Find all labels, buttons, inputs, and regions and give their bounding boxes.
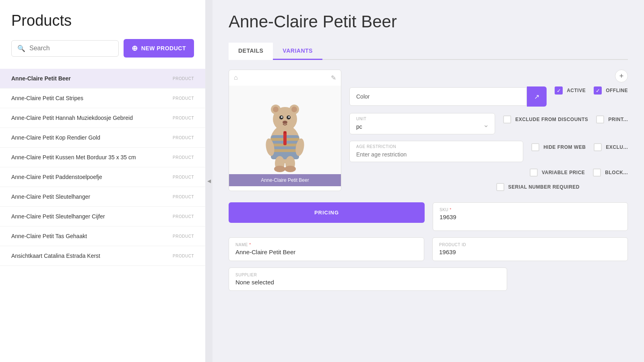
- svg-point-8: [281, 116, 283, 118]
- plus-circle-icon: ⊕: [132, 44, 138, 53]
- age-restriction-input[interactable]: [350, 150, 523, 162]
- product-image-area: [229, 86, 341, 174]
- sku-input[interactable]: [440, 214, 621, 220]
- color-input[interactable]: [349, 87, 527, 106]
- block-label: BLOCK...: [605, 170, 628, 175]
- hide-from-web-row: HIDE FROM WEB: [531, 141, 586, 151]
- search-box: 🔍: [11, 40, 119, 57]
- search-row: 🔍 ⊕ NEW PRODUCT: [0, 39, 205, 69]
- sku-field: SKU *: [433, 202, 628, 231]
- product-badge: PRODUCT: [173, 214, 194, 219]
- svg-point-5: [291, 107, 297, 112]
- svg-point-10: [283, 121, 287, 124]
- bear-image: [259, 88, 311, 172]
- home-icon[interactable]: ⌂: [234, 74, 238, 82]
- edit-icon[interactable]: ✎: [331, 74, 336, 82]
- list-item[interactable]: Anne-Claire Petit Tas Gehaakt PRODUCT: [0, 226, 205, 246]
- product-id-label: PRODUCT ID: [439, 243, 621, 247]
- print-checkbox[interactable]: [596, 115, 604, 123]
- svg-point-22: [285, 166, 296, 172]
- tab-details[interactable]: DETAILS: [229, 43, 273, 60]
- list-item[interactable]: Anne-Claire Petit Hannah Muziekdoosje Ge…: [0, 108, 205, 128]
- print-label: PRINT...: [608, 117, 628, 122]
- hide-from-web-label: HIDE FROM WEB: [543, 144, 586, 150]
- collapse-handle[interactable]: ◀: [205, 0, 213, 362]
- unit-row: UNIT pc ⌄ EXCLUDE FROM DISCOUNTS: [349, 113, 628, 134]
- list-item[interactable]: Ansichtkaart Catalina Estrada Kerst PROD…: [0, 246, 205, 266]
- product-item-name: Anne-Claire Petit Cat Stripes: [11, 95, 83, 101]
- unit-field: UNIT pc ⌄: [349, 113, 495, 134]
- external-link-icon: ↗: [534, 93, 539, 101]
- svg-rect-14: [271, 149, 299, 152]
- product-id-value: 19639: [439, 249, 621, 255]
- main-content: Anne-Claire Petit Beer DETAILSVARIANTS ⌂…: [213, 0, 644, 362]
- image-card-top: ⌂ ✎: [229, 70, 341, 86]
- block-checkbox[interactable]: [593, 169, 601, 177]
- age-restriction-field: AGE RESTRICTION: [349, 141, 523, 162]
- tabs-bar: DETAILSVARIANTS: [229, 43, 628, 60]
- spacer-right: [515, 267, 628, 291]
- product-badge: PRODUCT: [173, 96, 194, 101]
- list-item[interactable]: Anne-Claire Petit Sleutelhanger Cijfer P…: [0, 207, 205, 226]
- serial-number-checkbox[interactable]: [496, 183, 504, 191]
- image-caption: Anne-Claire Petit Beer: [229, 174, 341, 186]
- block-checkbox-row: BLOCK...: [593, 169, 628, 177]
- exclude-discounts-checkbox[interactable]: [503, 115, 511, 123]
- exclu-label: EXCLU...: [606, 144, 628, 150]
- supplier-value: None selected: [235, 279, 500, 286]
- svg-point-9: [288, 116, 290, 118]
- product-item-name: Anne-Claire Petit Sleutelhanger Cijfer: [11, 213, 105, 220]
- pricing-button[interactable]: PRICING: [229, 202, 425, 223]
- product-item-name: Anne-Claire Petit Kussen Met Borduur 35 …: [11, 154, 136, 160]
- name-input[interactable]: [235, 249, 417, 255]
- search-input[interactable]: [29, 45, 113, 52]
- serial-number-row: SERIAL NUMBER REQUIRED: [496, 183, 580, 191]
- active-label: ACTIVE: [567, 88, 586, 93]
- list-item[interactable]: Anne-Claire Petit Sleutelhanger PRODUCT: [0, 187, 205, 207]
- sidebar-title: Products: [0, 12, 205, 39]
- controls-section: + ↗ ✓ ACTIV: [349, 70, 628, 191]
- search-icon: 🔍: [17, 45, 25, 52]
- list-item[interactable]: Anne-Claire Petit Paddenstoelpoefje PROD…: [0, 167, 205, 187]
- serial-row: SERIAL NUMBER REQUIRED: [349, 183, 628, 191]
- color-checks-row: ↗ ✓ ACTIVE ✓ OF: [349, 86, 628, 107]
- exclude-discounts-row: EXCLUDE FROM DISCOUNTS: [503, 113, 588, 123]
- product-item-name: Anne-Claire Petit Tas Gehaakt: [11, 233, 87, 239]
- exclude-discounts-label: EXCLUDE FROM DISCOUNTS: [515, 117, 588, 122]
- serial-number-label: SERIAL NUMBER REQUIRED: [508, 184, 580, 190]
- list-item[interactable]: Anne-Claire Petit Kop Rendier Gold PRODU…: [0, 128, 205, 148]
- offline-checkbox-row: ✓ OFFLINE: [594, 86, 628, 95]
- offline-checkbox[interactable]: ✓: [594, 86, 602, 95]
- list-item[interactable]: Anne-Claire Petit Cat Stripes PRODUCT: [0, 88, 205, 108]
- add-variant-button[interactable]: +: [615, 70, 628, 82]
- supplier-label: SUPPLIER: [235, 273, 500, 277]
- product-badge: PRODUCT: [173, 76, 194, 81]
- variable-price-checkbox[interactable]: [530, 169, 538, 177]
- tab-variants[interactable]: VARIANTS: [273, 43, 322, 60]
- exclu-checkbox[interactable]: [594, 143, 602, 151]
- variable-price-row: VARIABLE PRICE: [530, 169, 585, 177]
- unit-select[interactable]: pc: [350, 122, 495, 134]
- product-badge: PRODUCT: [173, 116, 194, 120]
- variable-price-label: VARIABLE PRICE: [542, 170, 585, 175]
- check-icon-2: ✓: [596, 88, 600, 94]
- name-field: NAME *: [229, 237, 424, 261]
- product-item-name: Ansichtkaart Catalina Estrada Kerst: [11, 253, 100, 259]
- hide-from-web-checkbox[interactable]: [531, 143, 539, 151]
- image-card: ⌂ ✎: [229, 70, 341, 191]
- product-badge: PRODUCT: [173, 254, 194, 258]
- product-item-name: Anne-Claire Petit Beer: [11, 75, 71, 82]
- list-item[interactable]: Anne-Claire Petit Kussen Met Borduur 35 …: [0, 148, 205, 167]
- add-button-row: +: [349, 70, 628, 82]
- age-hide-row: AGE RESTRICTION HIDE FROM WEB EXCLU...: [349, 141, 628, 162]
- active-checkbox[interactable]: ✓: [555, 86, 563, 95]
- color-external-button[interactable]: ↗: [527, 86, 547, 107]
- product-badge: PRODUCT: [173, 155, 194, 160]
- new-product-label: NEW PRODUCT: [141, 45, 186, 51]
- exclu-checkbox-row: EXCLU...: [594, 141, 628, 151]
- check-icon: ✓: [557, 88, 561, 94]
- name-productid-row: NAME * PRODUCT ID 19639: [229, 237, 628, 261]
- list-item[interactable]: Anne-Claire Petit Beer PRODUCT: [0, 69, 205, 88]
- page-title: Anne-Claire Petit Beer: [229, 12, 628, 31]
- new-product-button[interactable]: ⊕ NEW PRODUCT: [124, 39, 194, 58]
